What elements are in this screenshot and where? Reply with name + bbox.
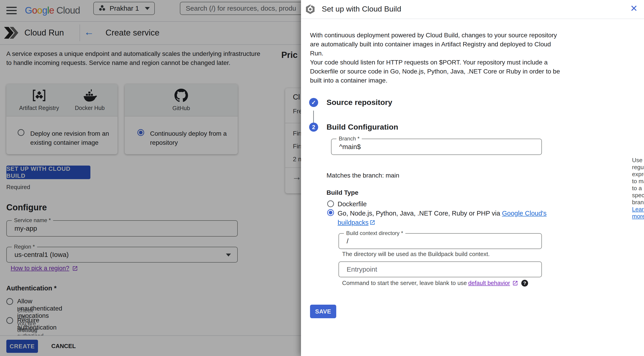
radio-unselected-icon[interactable] bbox=[327, 200, 334, 207]
branch-helper-text: Use a regular expression to match to a s… bbox=[632, 157, 644, 206]
entrypoint-helper-text: Command to start the server, leave blank… bbox=[342, 279, 467, 286]
panel-intro-paragraph: With continuous deployment powered by Cl… bbox=[310, 31, 561, 58]
step1-label[interactable]: Source repository bbox=[326, 98, 392, 107]
build-type-dockerfile-label[interactable]: Dockerfile bbox=[338, 200, 367, 208]
external-link-icon bbox=[512, 280, 518, 286]
radio-selected-icon[interactable] bbox=[327, 209, 334, 216]
step-number: 2 bbox=[312, 124, 315, 131]
save-button[interactable]: SAVE bbox=[310, 305, 336, 318]
close-icon[interactable]: ✕ bbox=[630, 3, 638, 14]
google-cloud-console: GoogleCloud Prakhar 1 Search (/) for res… bbox=[0, 0, 644, 356]
branch-input[interactable]: Branch * ^main$ bbox=[331, 139, 542, 155]
learn-more-link[interactable]: Learn more bbox=[632, 206, 644, 220]
build-type-buildpacks-label[interactable]: Go, Node.js, Python, Java, .NET Core, Ru… bbox=[338, 209, 552, 227]
build-context-helper: The directory will be used as the Buildp… bbox=[342, 251, 490, 258]
panel-intro: With continuous deployment powered by Cl… bbox=[310, 31, 561, 85]
panel-title: Set up with Cloud Build bbox=[322, 5, 401, 13]
branch-label: Branch * bbox=[336, 136, 362, 142]
build-type-heading: Build Type bbox=[326, 189, 358, 196]
buildpacks-link[interactable]: buildpacks bbox=[338, 219, 368, 226]
buildpacks-label-text: Go, Node.js, Python, Java, .NET Core, Ru… bbox=[338, 210, 502, 217]
panel-header: Set up with Cloud Build ✕ bbox=[301, 0, 644, 19]
build-context-label: Build context directory * bbox=[344, 230, 406, 236]
step2-number-badge: 2 bbox=[309, 123, 318, 132]
entrypoint-helper: Command to start the server, leave blank… bbox=[342, 279, 528, 286]
step1-complete-check-icon: ✓ bbox=[309, 98, 318, 107]
default-behavior-link[interactable]: default behavior bbox=[468, 279, 510, 286]
entrypoint-placeholder: Entrypoint bbox=[347, 265, 377, 273]
panel-intro-paragraph: Your code should listen for HTTP request… bbox=[310, 58, 561, 85]
check-icon: ✓ bbox=[312, 99, 316, 106]
branch-match-result: Matches the branch: main bbox=[326, 172, 399, 179]
step2-label: Build Configuration bbox=[326, 123, 398, 131]
cloud-build-panel: Set up with Cloud Build ✕ With continuou… bbox=[301, 0, 644, 356]
help-icon[interactable]: ? bbox=[521, 280, 528, 286]
entrypoint-input[interactable]: Entrypoint bbox=[338, 261, 542, 277]
build-context-value: / bbox=[347, 237, 348, 245]
cloud-build-icon bbox=[305, 4, 316, 15]
google-clouds-link[interactable]: Google Cloud's bbox=[502, 210, 546, 217]
branch-value: ^main$ bbox=[339, 143, 361, 151]
branch-helper: Use a regular expression to match to a s… bbox=[632, 157, 644, 220]
external-link-icon bbox=[370, 220, 375, 225]
build-context-directory-input[interactable]: Build context directory * / bbox=[338, 233, 542, 249]
